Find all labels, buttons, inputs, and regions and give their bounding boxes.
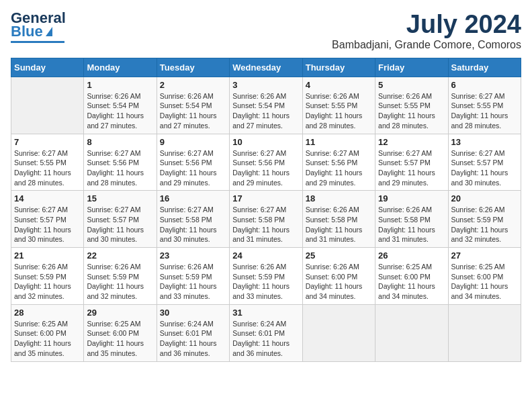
calendar-cell: 23Sunrise: 6:26 AMSunset: 5:59 PMDayligh…	[157, 248, 229, 305]
day-number: 27	[451, 250, 518, 261]
page-header: General Blue July 2024 Bambadjani, Grand…	[11, 11, 521, 51]
logo: General Blue	[11, 11, 66, 43]
day-number: 17	[232, 193, 299, 203]
calendar-cell: 30Sunrise: 6:24 AMSunset: 6:01 PMDayligh…	[157, 304, 229, 361]
calendar-table: SundayMondayTuesdayWednesdayThursdayFrid…	[11, 58, 521, 362]
day-number: 28	[14, 308, 81, 318]
calendar-cell: 25Sunrise: 6:26 AMSunset: 6:00 PMDayligh…	[302, 248, 375, 305]
day-number: 25	[306, 250, 372, 261]
logo-blue: Blue	[11, 23, 43, 40]
calendar-week-4: 21Sunrise: 6:26 AMSunset: 5:59 PMDayligh…	[11, 248, 521, 305]
day-info: Sunrise: 6:27 AMSunset: 5:55 PMDaylight:…	[451, 91, 518, 131]
day-info: Sunrise: 6:27 AMSunset: 5:56 PMDaylight:…	[306, 148, 372, 188]
calendar-week-2: 7Sunrise: 6:27 AMSunset: 5:55 PMDaylight…	[11, 134, 521, 191]
calendar-cell	[448, 304, 521, 361]
day-info: Sunrise: 6:27 AMSunset: 5:56 PMDaylight:…	[232, 148, 299, 188]
day-number: 18	[306, 193, 372, 203]
day-info: Sunrise: 6:27 AMSunset: 5:58 PMDaylight:…	[160, 205, 226, 244]
day-number: 4	[306, 80, 372, 90]
calendar-cell: 27Sunrise: 6:25 AMSunset: 6:00 PMDayligh…	[448, 248, 521, 305]
calendar-cell	[302, 304, 375, 361]
calendar-cell: 4Sunrise: 6:26 AMSunset: 5:55 PMDaylight…	[302, 77, 375, 134]
calendar-week-1: 1Sunrise: 6:26 AMSunset: 5:54 PMDaylight…	[11, 77, 521, 134]
day-info: Sunrise: 6:25 AMSunset: 6:00 PMDaylight:…	[451, 262, 518, 302]
day-info: Sunrise: 6:27 AMSunset: 5:56 PMDaylight:…	[87, 148, 153, 188]
day-info: Sunrise: 6:26 AMSunset: 5:59 PMDaylight:…	[160, 262, 226, 302]
day-number: 13	[451, 137, 518, 147]
day-info: Sunrise: 6:26 AMSunset: 5:59 PMDaylight:…	[14, 262, 81, 302]
calendar-cell	[11, 77, 84, 134]
day-info: Sunrise: 6:26 AMSunset: 6:00 PMDaylight:…	[306, 262, 372, 302]
calendar-cell: 21Sunrise: 6:26 AMSunset: 5:59 PMDayligh…	[11, 248, 84, 305]
day-info: Sunrise: 6:26 AMSunset: 5:54 PMDaylight:…	[160, 91, 226, 131]
day-info: Sunrise: 6:27 AMSunset: 5:55 PMDaylight:…	[14, 148, 81, 188]
day-info: Sunrise: 6:24 AMSunset: 6:01 PMDaylight:…	[232, 319, 299, 359]
day-number: 31	[232, 308, 299, 318]
calendar-cell: 29Sunrise: 6:25 AMSunset: 6:00 PMDayligh…	[84, 304, 157, 361]
calendar-body: 1Sunrise: 6:26 AMSunset: 5:54 PMDaylight…	[11, 77, 521, 361]
calendar-cell: 3Sunrise: 6:26 AMSunset: 5:54 PMDaylight…	[230, 77, 302, 134]
day-header-thursday: Thursday	[302, 58, 375, 77]
calendar-cell: 10Sunrise: 6:27 AMSunset: 5:56 PMDayligh…	[230, 134, 302, 191]
day-number: 7	[14, 137, 81, 147]
calendar-cell: 17Sunrise: 6:27 AMSunset: 5:58 PMDayligh…	[230, 191, 302, 248]
calendar-cell: 18Sunrise: 6:26 AMSunset: 5:58 PMDayligh…	[302, 191, 375, 248]
day-header-monday: Monday	[84, 58, 157, 77]
calendar-cell: 11Sunrise: 6:27 AMSunset: 5:56 PMDayligh…	[302, 134, 375, 191]
calendar-cell: 5Sunrise: 6:26 AMSunset: 5:55 PMDaylight…	[375, 77, 448, 134]
day-info: Sunrise: 6:26 AMSunset: 5:58 PMDaylight:…	[306, 205, 372, 244]
day-number: 16	[160, 193, 226, 203]
day-header-saturday: Saturday	[448, 58, 521, 77]
calendar-cell: 6Sunrise: 6:27 AMSunset: 5:55 PMDaylight…	[448, 77, 521, 134]
calendar-cell: 13Sunrise: 6:27 AMSunset: 5:57 PMDayligh…	[448, 134, 521, 191]
calendar-cell: 19Sunrise: 6:26 AMSunset: 5:58 PMDayligh…	[375, 191, 448, 248]
day-info: Sunrise: 6:26 AMSunset: 5:54 PMDaylight:…	[87, 91, 153, 131]
day-number: 5	[378, 80, 445, 90]
calendar-cell: 16Sunrise: 6:27 AMSunset: 5:58 PMDayligh…	[157, 191, 229, 248]
day-info: Sunrise: 6:26 AMSunset: 5:55 PMDaylight:…	[306, 91, 372, 131]
calendar-cell: 2Sunrise: 6:26 AMSunset: 5:54 PMDaylight…	[157, 77, 229, 134]
day-info: Sunrise: 6:26 AMSunset: 5:54 PMDaylight:…	[232, 91, 299, 131]
title-area: July 2024 Bambadjani, Grande Comore, Com…	[332, 11, 521, 51]
location-title: Bambadjani, Grande Comore, Comoros	[332, 39, 521, 51]
calendar-cell: 31Sunrise: 6:24 AMSunset: 6:01 PMDayligh…	[230, 304, 302, 361]
day-info: Sunrise: 6:24 AMSunset: 6:01 PMDaylight:…	[160, 319, 226, 359]
day-info: Sunrise: 6:27 AMSunset: 5:57 PMDaylight:…	[14, 205, 81, 244]
day-number: 2	[160, 80, 226, 90]
day-number: 21	[14, 250, 81, 261]
calendar-cell: 9Sunrise: 6:27 AMSunset: 5:56 PMDaylight…	[157, 134, 229, 191]
day-header-tuesday: Tuesday	[157, 58, 229, 77]
day-number: 3	[232, 80, 299, 90]
day-header-wednesday: Wednesday	[230, 58, 302, 77]
day-number: 15	[87, 193, 153, 203]
day-header-friday: Friday	[375, 58, 448, 77]
day-info: Sunrise: 6:25 AMSunset: 6:00 PMDaylight:…	[378, 262, 445, 302]
day-number: 10	[232, 137, 299, 147]
day-number: 14	[14, 193, 81, 203]
month-title: July 2024	[332, 11, 521, 39]
day-info: Sunrise: 6:26 AMSunset: 5:55 PMDaylight:…	[378, 91, 445, 131]
calendar-cell: 12Sunrise: 6:27 AMSunset: 5:57 PMDayligh…	[375, 134, 448, 191]
day-info: Sunrise: 6:27 AMSunset: 5:57 PMDaylight:…	[451, 148, 518, 188]
day-info: Sunrise: 6:27 AMSunset: 5:58 PMDaylight:…	[232, 205, 299, 244]
calendar-week-5: 28Sunrise: 6:25 AMSunset: 6:00 PMDayligh…	[11, 304, 521, 361]
day-info: Sunrise: 6:27 AMSunset: 5:57 PMDaylight:…	[378, 148, 445, 188]
day-number: 24	[232, 250, 299, 261]
day-number: 23	[160, 250, 226, 261]
day-number: 19	[378, 193, 445, 203]
day-info: Sunrise: 6:27 AMSunset: 5:57 PMDaylight:…	[87, 205, 153, 244]
day-number: 30	[160, 308, 226, 318]
calendar-cell: 28Sunrise: 6:25 AMSunset: 6:00 PMDayligh…	[11, 304, 84, 361]
day-number: 11	[306, 137, 372, 147]
calendar-cell: 14Sunrise: 6:27 AMSunset: 5:57 PMDayligh…	[11, 191, 84, 248]
calendar-cell: 24Sunrise: 6:26 AMSunset: 5:59 PMDayligh…	[230, 248, 302, 305]
calendar-cell: 20Sunrise: 6:26 AMSunset: 5:59 PMDayligh…	[448, 191, 521, 248]
day-number: 6	[451, 80, 518, 90]
calendar-cell: 1Sunrise: 6:26 AMSunset: 5:54 PMDaylight…	[84, 77, 157, 134]
logo-arrow-icon	[46, 27, 52, 36]
day-number: 8	[87, 137, 153, 147]
day-info: Sunrise: 6:25 AMSunset: 6:00 PMDaylight:…	[87, 319, 153, 359]
day-number: 1	[87, 80, 153, 90]
calendar-week-3: 14Sunrise: 6:27 AMSunset: 5:57 PMDayligh…	[11, 191, 521, 248]
day-number: 29	[87, 308, 153, 318]
